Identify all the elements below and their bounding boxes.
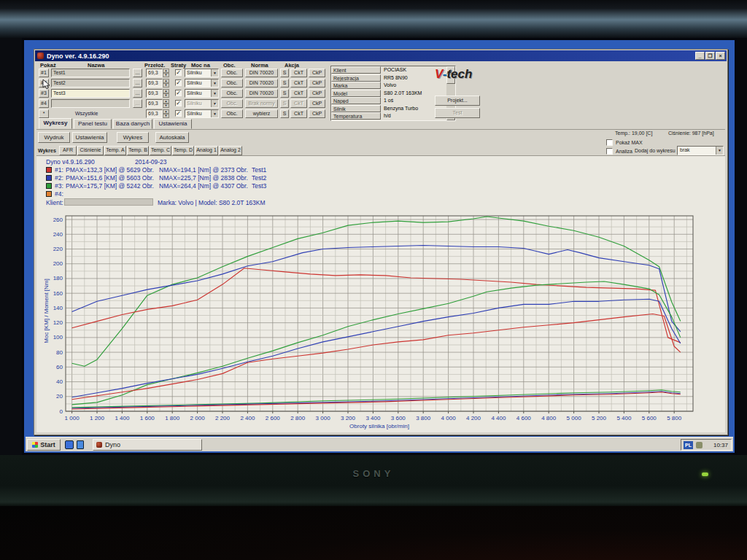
client-field-value[interactable]: h/d — [384, 112, 391, 120]
norma-button-4[interactable]: wybierz — [245, 109, 278, 118]
przeloz-spinner-4[interactable]: ▲▼ — [163, 109, 169, 118]
dodaj-select[interactable]: brak ▼ — [677, 146, 724, 155]
subtab-analog2[interactable]: Analog 2 — [219, 146, 242, 155]
straty-checkbox-1[interactable]: ✓ — [175, 79, 182, 86]
akcja-ckt-button-0[interactable]: CkT — [290, 69, 307, 77]
akcja-s-button-0[interactable]: S — [280, 69, 289, 77]
tab-baza-danych[interactable]: Baza danych — [113, 119, 152, 129]
subtab-temp-b[interactable]: Temp. B — [127, 146, 149, 155]
przeloz-spinner-0[interactable]: ▲▼ — [163, 69, 169, 77]
minimize-button[interactable]: _ — [695, 52, 705, 60]
close-button[interactable]: × — [716, 52, 725, 60]
straty-checkbox-2[interactable]: ✓ — [175, 90, 182, 96]
subtab-temp-a[interactable]: Temp. A — [104, 146, 126, 155]
tab-ustawienia[interactable]: Ustawienia — [154, 119, 192, 129]
quicklaunch-icon[interactable] — [77, 440, 84, 449]
przeloz-value-3[interactable]: 69,3 — [146, 99, 163, 108]
autoskala-button[interactable]: Autoskala — [155, 132, 189, 143]
vtech-logo: V-V-techtech — [435, 67, 486, 86]
przeloz-value-2[interactable]: 69,3 — [146, 89, 163, 98]
test1-browse-button[interactable]: ... — [133, 69, 142, 77]
przeloz-value-0[interactable]: 69,3 — [146, 69, 163, 77]
test1-show-button[interactable]: #1 — [39, 69, 49, 77]
akcja-ckp-button-2[interactable]: CkP — [309, 89, 325, 98]
akcja-ckp-button-1[interactable]: CkP — [309, 79, 325, 88]
subtab-temp-d[interactable]: Temp. D — [172, 146, 194, 155]
ustawienia-button[interactable]: Ustawienia — [72, 132, 107, 143]
test-button: Test — [435, 108, 480, 118]
subtab-analog1[interactable]: Analog 1 — [195, 146, 218, 155]
chevron-down-icon[interactable]: ▼ — [211, 90, 218, 97]
chevron-down-icon[interactable]: ▼ — [211, 69, 218, 77]
przeloz-value-4[interactable]: 69,3 — [146, 109, 163, 118]
subtab-temp-c[interactable]: Temp. C — [150, 146, 171, 155]
start-button[interactable]: Start — [27, 439, 61, 451]
client-field-label: Rejestracja — [331, 74, 381, 82]
przeloz-spinner-2[interactable]: ▲▼ — [163, 89, 169, 98]
test1-name-field[interactable]: Test1 — [51, 69, 130, 77]
norma-button-2[interactable]: DIN 70020 — [245, 89, 278, 98]
test4-name-field[interactable] — [51, 99, 130, 108]
test2-browse-button[interactable]: ... — [133, 79, 142, 88]
straty-checkbox-4[interactable]: ✓ — [175, 110, 182, 117]
maximize-button[interactable]: ❐ — [705, 52, 715, 60]
mocna-select-4[interactable]: Silniku▼ — [185, 109, 219, 118]
analiza-checkbox[interactable] — [606, 148, 613, 155]
client-field-value[interactable]: Benzyna Turbo — [384, 105, 418, 112]
akcja-ckp-button-4[interactable]: CkP — [309, 109, 325, 118]
subtab-afr[interactable]: AFR — [59, 146, 77, 155]
chevron-down-icon[interactable]: ▼ — [211, 79, 218, 87]
task-button-dyno[interactable]: Dyno — [93, 439, 202, 451]
client-field-value[interactable]: POCIASK — [384, 66, 406, 74]
projekt-button[interactable]: Projekt... — [435, 96, 480, 106]
test3-browse-button[interactable]: ... — [133, 89, 142, 98]
tab-panel-testu[interactable]: Panel testu — [74, 119, 112, 129]
obc-button-1[interactable]: Obc. — [221, 79, 243, 88]
quicklaunch-icon[interactable] — [65, 440, 74, 449]
akcja-ckt-button-1[interactable]: CkT — [290, 79, 307, 88]
client-field-value[interactable]: RR5 8N90 — [384, 74, 408, 82]
svg-text:160: 160 — [53, 290, 63, 297]
akcja-ckp-button-0[interactable]: CkP — [309, 69, 325, 77]
test4-show-button[interactable]: #4 — [39, 99, 49, 108]
obc-button-2[interactable]: Obc. — [221, 89, 243, 98]
legend-client-row: Klient: Marka: Volvo | Model: S80 2.0T 1… — [44, 199, 722, 207]
przeloz-spinner-3[interactable]: ▲▼ — [163, 99, 169, 108]
straty-checkbox-3[interactable]: ✓ — [175, 100, 182, 106]
chart-canvas[interactable]: 1 0001 2001 4001 6001 8002 0002 2002 400… — [38, 211, 698, 432]
obc-button-4[interactable]: Obc. — [221, 109, 243, 118]
pokaz-max-checkbox[interactable] — [606, 139, 613, 146]
chevron-down-icon[interactable]: ▼ — [211, 110, 218, 117]
akcja-ckt-button-2[interactable]: CkT — [290, 89, 307, 98]
client-input[interactable] — [64, 198, 153, 206]
mocna-value: Silniku — [187, 80, 202, 85]
client-field-value[interactable]: S80 2.0T 163KM — [384, 90, 422, 97]
client-field-value[interactable]: 1 oś — [384, 97, 393, 104]
akcja-s-button-1[interactable]: S — [280, 79, 289, 88]
tab-wykresy[interactable]: Wykresy — [39, 118, 72, 129]
wydruk-button[interactable]: Wydruk — [38, 132, 70, 143]
przeloz-value-1[interactable]: 69,3 — [146, 79, 163, 88]
mocna-select-0[interactable]: Silniku▼ — [185, 69, 219, 77]
mocna-select-1[interactable]: Silniku▼ — [185, 79, 219, 88]
test3-name-field[interactable]: Test3 — [51, 89, 130, 98]
mocna-select-2[interactable]: Silniku▼ — [185, 89, 219, 98]
subtab-cisnienie[interactable]: Ciśnienie — [77, 146, 104, 155]
chevron-down-icon[interactable]: ▼ — [716, 147, 723, 155]
akcja-ckt-button-4[interactable]: CkT — [290, 109, 307, 118]
akcja-s-button-2[interactable]: S — [280, 89, 289, 98]
language-indicator[interactable]: PL — [684, 441, 693, 449]
test2-name-field[interactable]: Test2 — [51, 79, 130, 88]
straty-checkbox-0[interactable]: ✓ — [175, 69, 182, 76]
svg-text:5 000: 5 000 — [567, 415, 582, 421]
tray-icon[interactable] — [696, 442, 703, 448]
wykres-button[interactable]: Wykres — [117, 132, 149, 143]
przeloz-spinner-1[interactable]: ▲▼ — [163, 79, 169, 88]
show-all-button[interactable]: * — [39, 109, 49, 118]
norma-button-1[interactable]: DIN 70020 — [245, 79, 278, 88]
akcja-s-button-4[interactable]: S — [280, 109, 289, 118]
obc-button-0[interactable]: Obc. — [221, 69, 243, 77]
norma-button-0[interactable]: DIN 70020 — [245, 69, 278, 77]
akcja-ckp-button-3[interactable]: CkP — [309, 99, 325, 108]
client-field-value[interactable]: Volvo — [384, 82, 396, 89]
